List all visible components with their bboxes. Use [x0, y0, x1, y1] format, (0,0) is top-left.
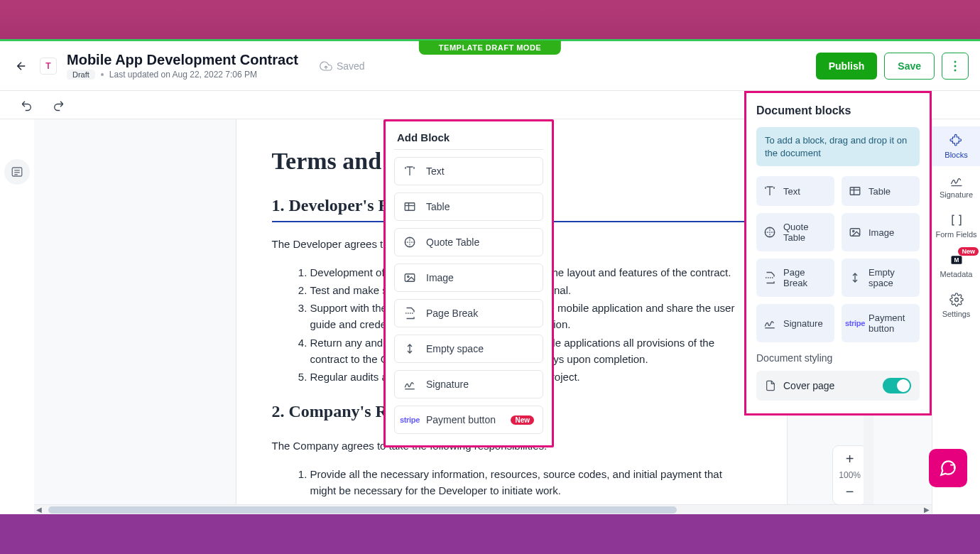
template-badge: T	[40, 58, 57, 75]
rail-tab-label: Blocks	[944, 151, 967, 159]
panel-title: Document blocks	[756, 104, 920, 117]
payment-icon: stripe	[849, 317, 861, 330]
chat-icon	[939, 459, 957, 477]
cover-page-toggle[interactable]	[883, 378, 911, 393]
back-button[interactable]	[11, 56, 31, 76]
document-title: Mobile App Development Contract	[67, 52, 298, 68]
doc-block-quote-table[interactable]: Quote Table	[756, 213, 834, 251]
block-item-label: Table	[426, 201, 450, 212]
zoom-in-button[interactable]: +	[846, 452, 854, 466]
publish-button[interactable]: Publish	[816, 53, 878, 80]
arrow-left-icon	[15, 60, 28, 72]
doc-block-payment[interactable]: stripePayment button	[842, 304, 920, 342]
add-block-item-page-break[interactable]: Page Break	[394, 299, 543, 327]
rail-tab-settings[interactable]: Settings	[932, 286, 980, 325]
add-block-item-empty-space[interactable]: Empty space	[394, 335, 543, 363]
svg-rect-16	[850, 229, 860, 237]
svg-point-2	[954, 69, 957, 71]
new-badge: New	[511, 416, 534, 425]
grid-item-label: Quote Table	[783, 222, 827, 243]
more-menu-button[interactable]	[942, 53, 969, 80]
block-item-label: Payment button	[426, 414, 496, 425]
bottom-banner	[0, 514, 980, 554]
outline-icon	[11, 165, 23, 178]
document-blocks-panel: Document blocks To add a block, drag and…	[744, 91, 932, 416]
cover-page-label: Cover page	[783, 380, 834, 391]
rail-tab-label: Signature	[940, 190, 973, 199]
doc-block-signature[interactable]: Signature	[756, 304, 834, 342]
signature-icon	[403, 378, 416, 391]
rail-tab-label: Metadata	[940, 270, 973, 278]
title-block: Mobile App Development Contract Draft La…	[67, 52, 298, 80]
chat-fab[interactable]	[929, 449, 967, 487]
draft-chip: Draft	[67, 70, 95, 80]
grid-item-label: Payment button	[869, 313, 913, 334]
quote-table-icon	[763, 226, 776, 239]
undo-icon	[21, 99, 33, 112]
undo-button[interactable]	[17, 95, 37, 115]
rail-tab-form-fields[interactable]: Form Fields	[932, 206, 980, 246]
panel-hint: To add a block, drag and drop it on the …	[756, 127, 920, 166]
rail-tab-signature[interactable]: Signature	[932, 166, 980, 206]
brackets-icon	[949, 213, 964, 227]
last-updated: Last updated on Aug 22, 2022 7:06 PM	[109, 70, 257, 80]
block-item-label: Page Break	[426, 308, 478, 319]
list-item: Provide all the necessary information, r…	[310, 466, 751, 499]
horizontal-scrollbar[interactable]: ◀ ▶	[34, 504, 932, 514]
block-item-label: Image	[426, 272, 454, 283]
svg-point-0	[954, 60, 957, 63]
zoom-out-button[interactable]: −	[846, 484, 854, 499]
redo-icon	[52, 99, 65, 112]
svg-rect-12	[850, 188, 860, 195]
cover-page-icon	[765, 380, 776, 391]
quote-table-icon	[403, 236, 416, 249]
block-item-label: Quote Table	[426, 237, 479, 248]
page-break-icon	[763, 271, 776, 284]
block-item-label: Text	[426, 165, 445, 177]
add-block-item-table[interactable]: Table	[394, 192, 543, 221]
gear-icon	[949, 293, 964, 307]
grid-item-label: Text	[783, 186, 800, 197]
save-button[interactable]: Save	[884, 53, 935, 80]
add-block-item-payment[interactable]: stripePayment buttonNew	[394, 406, 543, 434]
doc-block-table[interactable]: Table	[842, 176, 920, 206]
grid-item-label: Empty space	[869, 267, 913, 288]
table-icon	[849, 185, 861, 197]
puzzle-icon	[949, 134, 964, 148]
doc-block-text[interactable]: Text	[756, 176, 834, 206]
add-block-item-signature[interactable]: Signature	[394, 370, 543, 398]
outline-button[interactable]	[4, 159, 30, 185]
zoom-controls: + 100% −	[833, 446, 866, 504]
grid-item-label: Page Break	[783, 267, 827, 288]
template-mode-pill: TEMPLATE DRAFT MODE	[419, 40, 561, 55]
cloud-saved-icon	[320, 60, 332, 72]
add-block-item-image[interactable]: Image	[394, 264, 543, 292]
kebab-icon	[954, 60, 957, 72]
redo-button[interactable]	[48, 95, 68, 115]
empty-space-icon	[403, 342, 416, 355]
svg-point-25	[408, 276, 409, 277]
text-icon	[763, 185, 776, 197]
image-icon	[849, 226, 861, 239]
grid-item-label: Image	[869, 227, 894, 238]
grid-item-label: Table	[869, 186, 891, 197]
saved-text: Saved	[337, 60, 365, 72]
svg-rect-24	[405, 274, 415, 282]
doc-block-image[interactable]: Image	[842, 213, 920, 251]
signature-icon	[949, 173, 964, 188]
rail-tab-blocks[interactable]: Blocks	[932, 126, 980, 166]
svg-point-11	[954, 298, 958, 302]
image-icon	[403, 271, 416, 284]
doc-block-page-break[interactable]: Page Break	[756, 259, 834, 297]
doc-block-empty-space[interactable]: Empty space	[842, 259, 920, 297]
rail-tab-metadata[interactable]: New M Metadata	[932, 246, 980, 286]
add-block-item-text[interactable]: Text	[394, 157, 543, 185]
grid-item-label: Signature	[783, 318, 823, 329]
svg-text:M: M	[954, 256, 959, 264]
svg-point-1	[954, 65, 957, 67]
dot-separator	[101, 73, 104, 76]
section-2-list: Provide all the necessary information, r…	[272, 466, 751, 499]
empty-space-icon	[849, 271, 861, 284]
header-bar: TEMPLATE DRAFT MODE T Mobile App Develop…	[0, 41, 980, 91]
add-block-item-quote-table[interactable]: Quote Table	[394, 228, 543, 256]
